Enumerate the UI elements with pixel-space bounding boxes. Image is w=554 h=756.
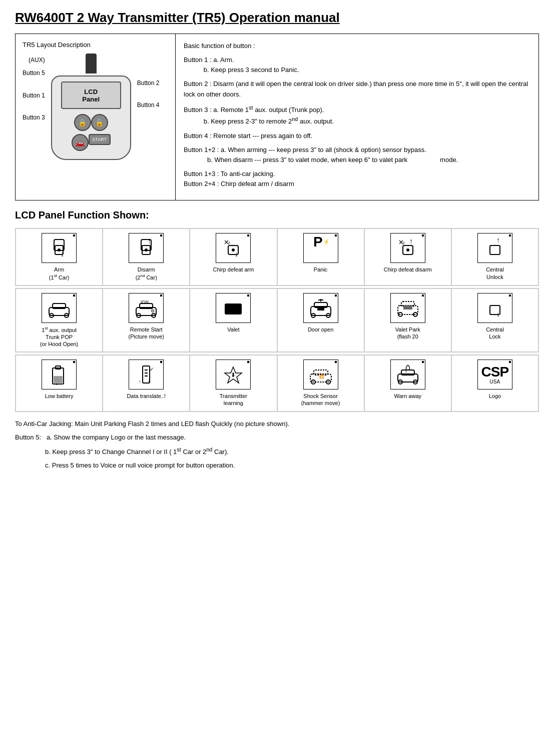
icon-box-remote-start: IGN ⚙ ◇ xyxy=(129,293,164,323)
antenna xyxy=(86,54,97,74)
icon-valet-park: Valet Park(flash 20 xyxy=(364,288,451,352)
icon-warn-away: ! Warn away xyxy=(364,355,451,412)
csp-usa: USA xyxy=(490,379,500,384)
button5-c: c. Press 5 times to Voice or null voice … xyxy=(45,460,539,471)
csp-logo-container: CSP USA xyxy=(481,360,509,389)
icon-box-central-unlock: ↑ xyxy=(477,233,512,263)
svg-text:💥: 💥 xyxy=(318,373,325,380)
svg-text:↑: ↑ xyxy=(139,379,141,384)
btn1-left-label: Button 1 xyxy=(23,89,45,102)
icon-box-logo: CSP USA xyxy=(477,360,512,390)
icon-box-arm: ↓ xyxy=(42,233,77,263)
icon-box-transmitter-learning: ⬇ xyxy=(216,360,251,390)
icon-box-data-translate: ↑ ↑ ✓ xyxy=(129,360,164,390)
shock-sensor-label: Shock Sensor(hammer move) xyxy=(301,392,340,407)
svg-rect-20 xyxy=(490,246,500,254)
icon-remote-start: IGN ⚙ ◇ Remote Start(Picture move) xyxy=(103,288,190,352)
svg-rect-33 xyxy=(225,304,242,314)
buttons-row-1: 🔒 🔓 xyxy=(74,114,108,131)
data-translate-svg: ↑ ↑ ✓ xyxy=(134,363,159,386)
svg-text:↓: ↓ xyxy=(61,250,64,258)
svg-point-6 xyxy=(145,248,148,252)
lcd-section-title: LCD Panel Function Shown: xyxy=(15,210,539,221)
disarm-label: Disarm(2nd Car) xyxy=(136,266,157,280)
left-side-labels: (AUX)Button 5 Button 1 Button 3 xyxy=(23,54,45,124)
device-outer: (AUX)Button 5 Button 1 Button 3 LCDPanel… xyxy=(23,54,168,160)
button-2[interactable]: 🔓 xyxy=(91,114,108,131)
door-open-svg xyxy=(308,296,333,320)
icon-box-trunk-pop xyxy=(42,293,77,323)
button5-b: b. Keep press 3" to Change Channel I or … xyxy=(45,446,539,458)
btn4-info: Button 4 : Remote start --- press again … xyxy=(184,131,530,141)
icon-box-warn-away: ! xyxy=(390,360,425,390)
icon-shock-sensor: 💥 Shock Sensor(hammer move) xyxy=(277,355,364,412)
warn-away-label: Warn away xyxy=(394,392,421,400)
btn1-2-info: Button 1+2 : a. When arming --- keep pre… xyxy=(184,145,530,165)
svg-text:⚡: ⚡ xyxy=(323,238,330,245)
svg-text:↓: ↓ xyxy=(235,250,238,258)
icon-box-valet-park xyxy=(390,293,425,323)
panic-label: Panic xyxy=(314,266,328,273)
button5-a: a. Show the company Logo or the last mes… xyxy=(47,434,186,441)
icon-chirp-defeat-arm: ✕ ♪ ↓ Chirp defeat arm xyxy=(190,228,277,285)
csp-logo: CSP xyxy=(481,365,509,379)
svg-rect-50 xyxy=(54,376,63,383)
btn1-info: Button 1 : a. Arm. b. Keep press 3 secon… xyxy=(184,55,530,75)
chirp-defeat-arm-label: Chirp defeat arm xyxy=(213,266,254,273)
svg-text:!: ! xyxy=(405,370,407,375)
trunk-pop-label: 1st aux. outputTrunk POP(or Hood Open) xyxy=(40,326,78,348)
icon-chirp-defeat-disarm: ✕ ♪ ↑ Chirp defeat disarm xyxy=(364,228,451,285)
device-panel: TR5 Layout Description (AUX)Button 5 But… xyxy=(16,34,176,200)
icon-box-low-battery: ↓ xyxy=(42,360,77,390)
chirp-defeat-disarm-svg: ✕ ♪ ↑ xyxy=(395,236,420,260)
transmitter-learning-svg: ⬇ xyxy=(221,363,246,386)
icon-logo: CSP USA Logo xyxy=(451,355,538,412)
svg-text:↑: ↑ xyxy=(148,379,150,384)
icon-arm: ↓ Arm(1st Car) xyxy=(16,228,103,285)
icon-box-panic: P ⚡ xyxy=(303,233,338,263)
icon-low-battery: ↓ Low battery xyxy=(16,355,103,412)
button-1[interactable]: 🔒 xyxy=(74,114,91,131)
svg-text:↑: ↑ xyxy=(148,237,151,245)
svg-text:↓: ↓ xyxy=(496,310,500,318)
buttons-row-2: 🚗 START xyxy=(72,134,111,151)
aux-label: (AUX)Button 5 xyxy=(23,54,45,80)
transmitter-learning-label: Transmitterlearning xyxy=(220,392,247,407)
icon-box-door-open xyxy=(303,293,338,323)
bottom-notes: To Anti-Car Jacking: Main Unit Parking F… xyxy=(15,419,539,472)
icon-box-central-lock: ↓ xyxy=(477,293,512,323)
svg-text:↑: ↑ xyxy=(496,236,500,244)
central-lock-svg: ↓ xyxy=(482,296,507,320)
icon-box-disarm: ↑ xyxy=(129,233,164,263)
remote-start-svg: IGN ⚙ ◇ xyxy=(134,296,159,320)
btn1-3-info: Button 1+3 : To anti-car jacking.Button … xyxy=(184,169,530,189)
svg-text:◇: ◇ xyxy=(152,312,156,316)
icon-panic: P ⚡ Panic xyxy=(277,228,364,285)
icon-data-translate: ↑ ↑ ✓ Data translate..! xyxy=(103,355,190,412)
btn3-left-label: Button 3 xyxy=(23,111,45,124)
lcd-screen: LCDPanel xyxy=(61,82,121,109)
btn4-right-label: Button 4 xyxy=(137,98,160,112)
button-4-start[interactable]: START xyxy=(89,134,111,145)
buttons-area: 🔒 🔓 🚗 START xyxy=(57,114,125,154)
svg-rect-38 xyxy=(317,306,324,310)
svg-rect-45 xyxy=(403,306,412,310)
valet-svg xyxy=(221,296,246,320)
icon-valet: Valet xyxy=(190,288,277,352)
chirp-defeat-arm-svg: ✕ ♪ ↓ xyxy=(221,236,246,260)
top-section: TR5 Layout Description (AUX)Button 5 But… xyxy=(15,34,539,200)
icons-grid-row1: ↓ Arm(1st Car) ↑ Disarm(2nd Car) ✕ ♪ xyxy=(15,228,539,286)
door-open-label: Door open xyxy=(308,326,333,333)
low-battery-label: Low battery xyxy=(45,392,74,400)
anti-car-jacking-note: To Anti-Car Jacking: Main Unit Parking F… xyxy=(15,419,539,430)
disarm-svg: ↑ xyxy=(134,236,159,260)
icon-disarm: ↑ Disarm(2nd Car) xyxy=(103,228,190,285)
svg-text:♪: ♪ xyxy=(228,240,231,246)
icon-box-chirp-defeat-arm: ✕ ♪ ↓ xyxy=(216,233,251,263)
low-battery-svg: ↓ xyxy=(47,363,72,386)
button-3[interactable]: 🚗 xyxy=(72,134,89,151)
btn2-right-label: Button 2 xyxy=(137,76,160,90)
icon-box-valet xyxy=(216,293,251,323)
valet-park-svg xyxy=(395,296,420,320)
btn3-info: Button 3 : a. Remote 1st aux. output (Tr… xyxy=(184,104,530,127)
